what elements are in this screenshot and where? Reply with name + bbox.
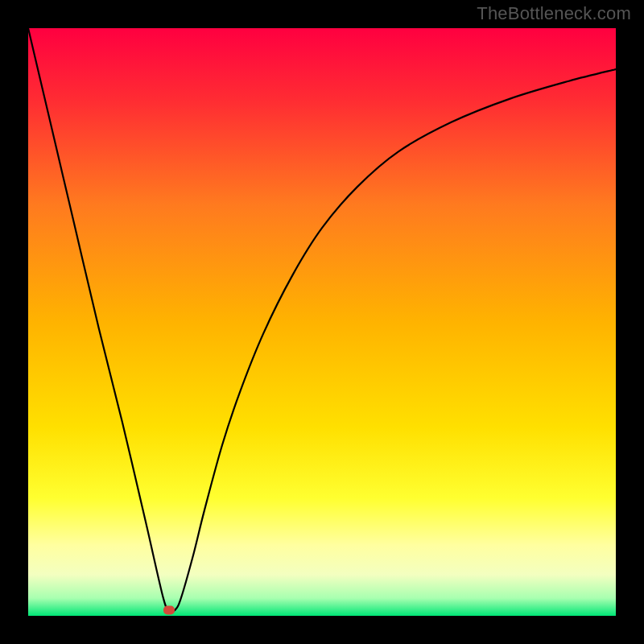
optimal-point-marker (163, 605, 175, 614)
heat-gradient-rect (28, 28, 616, 616)
plot-area (28, 28, 616, 616)
gradient-plot (28, 28, 616, 616)
watermark-text: TheBottleneck.com (477, 3, 631, 24)
chart-container: TheBottleneck.com (0, 0, 644, 644)
